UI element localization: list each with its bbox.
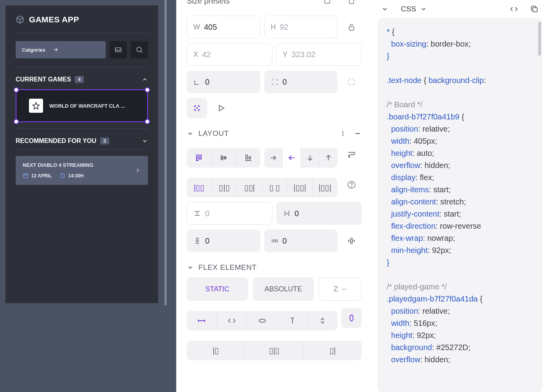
canvas-area[interactable]: GAMES APP Catgories CURRENT GAMES 4 — [0, 0, 176, 392]
align-self-start-button[interactable]: |▯ — [187, 341, 245, 360]
resize-handle-bl[interactable] — [14, 119, 19, 124]
dir-col-rev-button[interactable] — [319, 148, 337, 168]
preset-action-1[interactable] — [317, 0, 337, 11]
svg-point-21 — [350, 315, 353, 321]
justify-around-button[interactable]: |▯▯| — [287, 178, 312, 197]
code-lang-dropdown[interactable]: CSS — [401, 5, 427, 13]
categories-row: Catgories — [16, 41, 148, 67]
z-index-field[interactable]: Z-- — [319, 277, 362, 301]
align-start-button[interactable] — [187, 148, 211, 168]
svg-rect-22 — [533, 7, 537, 12]
sizing-fixed-button[interactable] — [187, 311, 217, 331]
resize-handle-br[interactable] — [145, 119, 150, 124]
align-self-end-button[interactable]: ▯| — [304, 341, 362, 360]
gap-col-field[interactable]: 0 — [276, 202, 362, 225]
sizing-extra-button[interactable] — [341, 308, 362, 328]
code-view-icon[interactable] — [510, 5, 518, 13]
radius-field[interactable]: 0 — [264, 70, 338, 93]
static-tab[interactable]: STATIC — [187, 277, 248, 301]
search-button[interactable] — [131, 41, 148, 58]
play-button[interactable] — [211, 98, 231, 118]
sizing-fill-button[interactable] — [247, 311, 277, 331]
svg-point-7 — [342, 133, 344, 134]
sizing-hug-button[interactable] — [217, 311, 247, 331]
recommended-header[interactable]: RECOMMENDED FOR YOU 3 — [16, 137, 148, 149]
height-field[interactable]: H92 — [264, 16, 338, 38]
chevron-down-icon[interactable] — [142, 138, 148, 144]
justify-center-button[interactable]: ▯|▯ — [212, 178, 237, 197]
svg-rect-10 — [200, 157, 201, 159]
pad-v-field[interactable]: 0 — [187, 229, 260, 252]
rotation-field[interactable]: 0 — [187, 70, 260, 93]
justify-start-button[interactable]: |▯▯ — [187, 178, 212, 197]
svg-rect-1 — [23, 174, 28, 178]
current-games-header[interactable]: CURRENT GAMES 4 — [16, 76, 148, 88]
game-app-board[interactable]: GAMES APP Catgories CURRENT GAMES 4 — [5, 5, 158, 303]
cube-icon — [16, 15, 24, 24]
clip-content-button[interactable] — [187, 98, 207, 118]
svg-rect-17 — [196, 240, 198, 242]
event-title: NEXT DIABLO 4 STREAMING — [23, 162, 94, 168]
width-field[interactable]: W405 — [187, 16, 260, 38]
align-center-button[interactable] — [211, 148, 236, 168]
svg-point-16 — [351, 186, 352, 187]
resize-handle-tr[interactable] — [145, 87, 150, 92]
event-time: 14:30H — [59, 173, 83, 179]
code-panel: CSS * { box-sizing: border-box;} .text-n… — [372, 0, 548, 392]
svg-rect-13 — [246, 155, 247, 159]
svg-point-8 — [342, 135, 344, 136]
code-scrollbar[interactable] — [538, 22, 541, 56]
dir-row-rev-button[interactable] — [283, 148, 301, 168]
expand-radius-icon[interactable] — [341, 72, 362, 92]
code-scope-dropdown[interactable] — [381, 5, 388, 13]
layout-section-header[interactable]: LAYOUT — [187, 129, 362, 138]
lock-icon[interactable] — [341, 17, 362, 37]
svg-rect-4 — [350, 0, 354, 4]
selected-game-card[interactable]: WORLD OF WARCRAFT CLA ... — [16, 89, 148, 122]
svg-rect-9 — [196, 157, 198, 161]
justify-between-button[interactable]: ▯ ▯ — [262, 178, 287, 197]
chevron-right-icon[interactable] — [135, 167, 141, 173]
align-self-center-button[interactable]: ▯|▯ — [245, 341, 303, 360]
justify-evenly-button[interactable]: |▯▯| — [313, 178, 337, 197]
minus-icon[interactable] — [354, 130, 362, 137]
svg-rect-14 — [249, 157, 251, 159]
svg-rect-3 — [325, 0, 330, 3]
y-field[interactable]: Y323.02 — [276, 43, 362, 66]
x-field[interactable]: X42 — [187, 43, 272, 66]
absolute-tab[interactable]: ABSOLUTE — [253, 277, 314, 301]
help-icon[interactable] — [341, 175, 362, 195]
categories-button[interactable]: Catgories — [16, 41, 106, 58]
categories-label: Catgories — [22, 47, 45, 53]
copy-icon[interactable] — [530, 5, 539, 13]
svg-rect-18 — [274, 240, 276, 242]
expand-padding-icon[interactable] — [341, 231, 362, 251]
pad-h-field[interactable]: 0 — [264, 229, 338, 252]
inspector-panel: Size presets W405 H92 X42 Y323.02 0 0 LA… — [176, 0, 372, 392]
sizing-text-button[interactable] — [278, 311, 308, 331]
svg-point-0 — [137, 47, 141, 52]
svg-rect-19 — [350, 240, 353, 242]
recommended-label: RECOMMENDED FOR YOU — [16, 137, 96, 145]
wrap-icon[interactable] — [341, 145, 362, 165]
gap-row-field[interactable]: 0 — [187, 202, 272, 225]
justify-end-button[interactable]: ▯▯| — [237, 178, 262, 197]
sizing-auto-button[interactable] — [308, 311, 337, 331]
app-title: GAMES APP — [29, 15, 79, 24]
dir-row-button[interactable] — [264, 148, 283, 168]
dir-col-button[interactable] — [301, 148, 319, 168]
canvas-scrollbar[interactable] — [164, 0, 167, 305]
preset-action-2[interactable] — [341, 0, 362, 11]
svg-point-20 — [259, 319, 265, 322]
resize-handle-tl[interactable] — [14, 87, 19, 92]
selected-game-name: WORLD OF WARCRAFT CLA ... — [49, 103, 125, 109]
code-body[interactable]: * { box-sizing: border-box;} .text-node … — [377, 18, 543, 392]
app-header: GAMES APP — [16, 15, 148, 33]
more-icon[interactable] — [339, 130, 347, 137]
flex-section-header[interactable]: FLEX ELEMENT — [187, 263, 362, 272]
inbox-button[interactable] — [110, 41, 127, 58]
align-end-button[interactable] — [236, 148, 260, 168]
chevron-up-icon[interactable] — [142, 76, 148, 83]
current-games-label: CURRENT GAMES — [16, 76, 71, 83]
event-card[interactable]: NEXT DIABLO 4 STREAMING 12 APRIL 14:30H — [16, 156, 148, 185]
